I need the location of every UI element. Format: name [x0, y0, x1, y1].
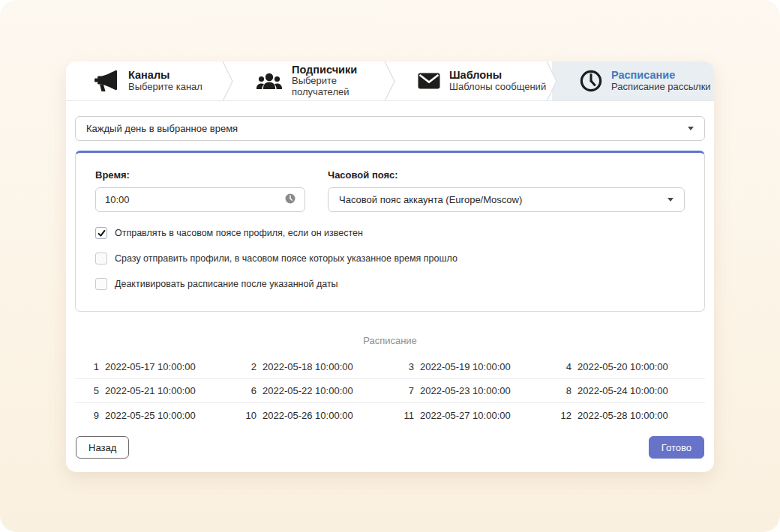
schedule-settings-panel: Время: 10:00: [75, 151, 705, 312]
checkbox-unchecked-icon[interactable]: [95, 253, 107, 265]
tab-separator-icon: [384, 61, 396, 101]
schedule-step-content: Каждый день в выбранное время Время: 10:…: [66, 101, 714, 472]
wizard-tabbar: Каналы Выберите канал: [66, 61, 714, 101]
page-background: Каналы Выберите канал: [0, 0, 780, 532]
time-input-value: 10:00: [105, 194, 130, 205]
timezone-select[interactable]: Часовой пояс аккаунта (Europe/Moscow): [328, 187, 685, 212]
tab-separator-icon: [546, 61, 558, 101]
schedule-item: 92022-05-25 10:00:00: [75, 410, 232, 421]
checkbox-deactivate-after-date[interactable]: Деактивировать расписание после указанно…: [95, 278, 685, 290]
schedule-item: 112022-05-27 10:00:00: [390, 410, 548, 421]
schedule-item: 82022-05-24 10:00:00: [548, 385, 705, 396]
tab-subscribers-subtitle: Выберите получателей: [292, 76, 390, 98]
checkbox-checked-icon[interactable]: [95, 227, 107, 239]
back-button[interactable]: Назад: [76, 436, 129, 459]
schedule-row: 12022-05-17 10:00:00 22022-05-18 10:00:0…: [75, 355, 705, 379]
megaphone-icon: [94, 70, 119, 92]
frequency-select-value: Каждый день в выбранное время: [86, 123, 238, 134]
scheduler-card: Каналы Выберите канал: [66, 61, 714, 472]
schedule-item: 62022-05-22 10:00:00: [232, 385, 390, 396]
schedule-item: 42022-05-20 10:00:00: [548, 361, 705, 372]
chevron-down-icon: [688, 127, 694, 130]
tab-channels-title: Каналы: [128, 69, 202, 82]
checkbox-label: Сразу отправить профили, в часовом поясе…: [115, 253, 458, 264]
time-label: Время:: [95, 169, 305, 181]
schedule-row: 52022-05-21 10:00:00 62022-05-22 10:00:0…: [75, 379, 705, 403]
tab-separator-icon: [222, 61, 234, 101]
schedule-item: 122022-05-28 10:00:00: [548, 410, 705, 421]
tab-channels[interactable]: Каналы Выберите канал: [66, 61, 228, 100]
schedule-item: 22022-05-18 10:00:00: [232, 361, 390, 372]
tab-templates-title: Шаблоны: [449, 69, 546, 82]
tab-templates-subtitle: Шаблоны сообщений: [449, 82, 546, 93]
tab-channels-subtitle: Выберите канал: [128, 82, 202, 93]
wizard-footer: Назад Готово: [75, 436, 705, 459]
schedule-item: 102022-05-26 10:00:00: [232, 410, 390, 421]
clock-icon: [580, 70, 602, 92]
schedule-item: 32022-05-19 10:00:00: [390, 361, 548, 372]
time-input[interactable]: 10:00: [95, 187, 305, 212]
checkbox-label: Отправлять в часовом поясе профиля, если…: [115, 228, 363, 238]
tab-subscribers[interactable]: Подписчики Выберите получателей: [228, 61, 390, 100]
schedule-item: 52022-05-21 10:00:00: [75, 385, 232, 396]
tab-subscribers-title: Подписчики: [292, 64, 390, 76]
tab-schedule-subtitle: Расписание рассылки: [611, 82, 711, 93]
checkbox-label: Деактивировать расписание после указанно…: [115, 279, 338, 289]
clock-small-icon: [285, 193, 296, 206]
tab-templates[interactable]: Шаблоны Шаблоны сообщений: [390, 61, 552, 100]
done-button[interactable]: Готово: [649, 436, 704, 459]
schedule-list-title: Расписание: [75, 335, 705, 346]
timezone-select-value: Часовой пояс аккаунта (Europe/Moscow): [339, 194, 522, 205]
tab-schedule[interactable]: Расписание Расписание рассылки: [552, 61, 714, 100]
frequency-select[interactable]: Каждый день в выбранное время: [75, 116, 705, 141]
schedule-list: 12022-05-17 10:00:00 22022-05-18 10:00:0…: [75, 355, 705, 427]
subscribers-icon: [256, 70, 283, 91]
checkbox-profile-timezone[interactable]: Отправлять в часовом поясе профиля, если…: [95, 227, 685, 239]
schedule-row: 92022-05-25 10:00:00 102022-05-26 10:00:…: [75, 403, 705, 427]
options-checkbox-group: Отправлять в часовом поясе профиля, если…: [95, 227, 685, 290]
chevron-down-icon: [668, 198, 674, 202]
schedule-item: 12022-05-17 10:00:00: [75, 361, 232, 372]
timezone-label: Часовой пояс:: [328, 169, 685, 181]
checkbox-unchecked-icon[interactable]: [95, 278, 107, 290]
tab-schedule-title: Расписание: [611, 69, 711, 82]
checkbox-send-immediately[interactable]: Сразу отправить профили, в часовом поясе…: [95, 253, 685, 265]
envelope-icon: [418, 73, 440, 89]
schedule-item: 72022-05-23 10:00:00: [390, 385, 548, 396]
